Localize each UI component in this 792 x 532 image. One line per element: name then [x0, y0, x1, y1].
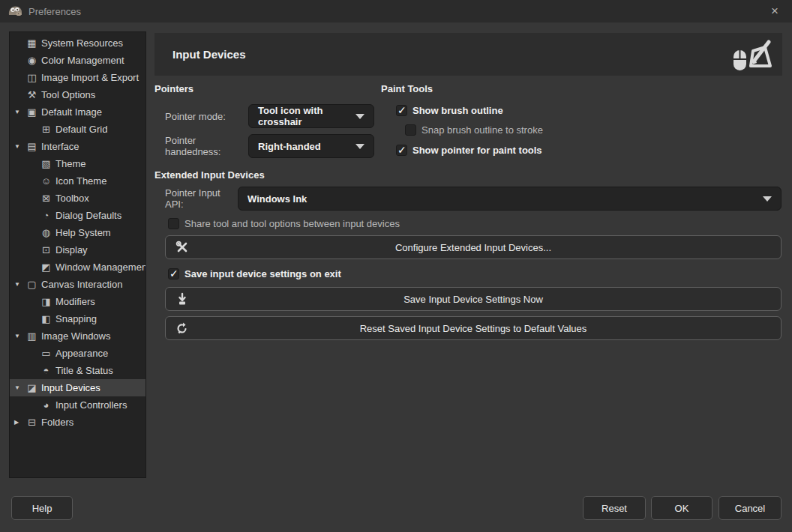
reset-saved-settings-button[interactable]: Reset Saved Input Device Settings to Def… — [165, 316, 782, 340]
canvas-interaction-icon: ▢ — [26, 279, 38, 290]
sidebar-item-title-status[interactable]: ◓ Title & Status — [10, 362, 146, 379]
dialog-defaults-icon: ◔ — [40, 210, 52, 221]
expander-down-icon[interactable]: ▼ — [14, 109, 26, 115]
sidebar-item-image-import-export[interactable]: ◫ Image Import & Export — [10, 69, 146, 86]
window-title: Preferences — [28, 6, 81, 17]
share-tool-options-checkbox[interactable]: Share tool and tool options between inpu… — [168, 218, 400, 229]
ok-button[interactable]: OK — [651, 496, 712, 520]
pointer-handedness-row: Pointer handedness: Right-handed — [165, 134, 374, 158]
sidebar-item-folders[interactable]: ▶ ⊟ Folders — [10, 414, 146, 431]
pointer-input-api-label: Pointer Input API: — [165, 187, 238, 210]
pointer-mode-dropdown[interactable]: Tool icon with crosshair — [248, 104, 374, 128]
cancel-button[interactable]: Cancel — [718, 496, 782, 520]
checkbox-checked-icon[interactable] — [396, 145, 407, 156]
sidebar-item-snapping[interactable]: ◧ Snapping — [10, 310, 146, 327]
gimp-wilber-icon — [8, 5, 22, 17]
window-management-icon: ◩ — [40, 262, 52, 273]
save-icon — [175, 291, 190, 306]
checkbox-checked-icon[interactable] — [168, 268, 179, 279]
interface-icon: ▤ — [26, 141, 38, 152]
folders-icon: ⊟ — [26, 417, 38, 428]
preferences-dialog: { "titlebar": { "title": "Preferences", … — [0, 0, 792, 532]
chevron-down-icon — [763, 196, 772, 202]
show-brush-outline-checkbox[interactable]: Show brush outline — [396, 105, 503, 116]
input-devices-icon: ◪ — [26, 382, 38, 393]
sidebar-item-label: Title & Status — [56, 365, 113, 376]
sidebar-item-image-windows[interactable]: ▼ ▥ Image Windows — [10, 327, 146, 345]
sidebar-item-help-system[interactable]: ◍ Help System — [10, 224, 146, 241]
pointer-input-api-dropdown[interactable]: Windows Ink — [238, 187, 782, 211]
snapping-icon: ◧ — [40, 313, 52, 324]
reset-button[interactable]: Reset — [583, 496, 646, 520]
sidebar-item-default-grid[interactable]: ⊞ Default Grid — [10, 121, 146, 138]
checkbox-label: Save input device settings on exit — [184, 268, 341, 279]
sidebar-item-input-controllers[interactable]: ◕ Input Controllers — [10, 396, 146, 414]
sidebar-item-label: Toolbox — [56, 193, 89, 204]
appearance-icon: ▭ — [40, 348, 52, 359]
extended-input-devices-heading: Extended Input Devices — [154, 169, 265, 181]
sidebar-item-color-management[interactable]: ◉ Color Management — [10, 52, 146, 69]
checkbox-label: Snap brush outline to stroke — [422, 124, 543, 136]
sidebar-item-appearance[interactable]: ▭ Appearance — [10, 345, 146, 362]
pointer-handedness-value: Right-handed — [258, 141, 321, 152]
tool-options-icon: ⚒ — [26, 89, 38, 100]
sidebar-item-window-management[interactable]: ◩ Window Management — [10, 259, 146, 276]
checkbox-checked-icon[interactable] — [396, 105, 407, 116]
sidebar-item-dialog-defaults[interactable]: ◔ Dialog Defaults — [10, 207, 146, 224]
sidebar-item-interface[interactable]: ▼ ▤ Interface — [10, 138, 146, 155]
checkbox-label: Show pointer for paint tools — [412, 145, 542, 156]
expander-down-icon[interactable]: ▼ — [14, 333, 26, 339]
chevron-down-icon — [356, 114, 364, 119]
sidebar-item-canvas-interaction[interactable]: ▼ ▢ Canvas Interaction — [10, 276, 146, 293]
sidebar-item-label: Display — [56, 244, 88, 256]
checkbox-label: Show brush outline — [412, 105, 503, 116]
sidebar-item-label: Theme — [56, 158, 86, 169]
save-input-device-settings-button[interactable]: Save Input Device Settings Now — [165, 287, 782, 311]
close-icon[interactable]: × — [758, 0, 792, 22]
pointer-input-api-value: Windows Ink — [248, 193, 307, 205]
sidebar-item-icon-theme[interactable]: ☺ Icon Theme — [10, 172, 146, 190]
expander-down-icon[interactable]: ▼ — [14, 384, 26, 391]
chevron-down-icon — [356, 144, 364, 149]
save-settings-on-exit-checkbox[interactable]: Save input device settings on exit — [168, 268, 341, 279]
sidebar-item-tool-options[interactable]: ⚒ Tool Options — [10, 86, 146, 103]
sidebar-item-label: Folders — [41, 417, 74, 428]
sidebar-item-display[interactable]: ⊡ Display — [10, 241, 146, 259]
sidebar-item-label: Dialog Defaults — [56, 210, 122, 221]
button-label: Reset Saved Input Device Settings to Def… — [360, 323, 587, 334]
sidebar-item-theme[interactable]: ▧ Theme — [10, 155, 146, 172]
sidebar-item-label: Color Management — [41, 55, 124, 66]
expander-right-icon[interactable]: ▶ — [14, 419, 26, 426]
sidebar-item-label: Window Management — [56, 262, 146, 273]
titlebar: Preferences × — [0, 0, 792, 22]
theme-icon: ▧ — [40, 158, 52, 169]
sidebar-item-label: Default Grid — [56, 124, 107, 135]
sidebar-item-system-resources[interactable]: ▦ System Resources — [10, 34, 146, 52]
sidebar-item-label: Input Controllers — [56, 399, 127, 411]
sidebar-item-label: Input Devices — [41, 382, 100, 393]
pointer-mode-row: Pointer mode: Tool icon with crosshair — [165, 104, 374, 128]
image-import-export-icon: ◫ — [26, 72, 38, 83]
sidebar-item-default-image[interactable]: ▼ ▣ Default Image — [10, 103, 146, 121]
button-label: Configure Extended Input Devices... — [395, 242, 551, 253]
snap-brush-outline-checkbox[interactable]: Snap brush outline to stroke — [405, 124, 543, 136]
sidebar-item-label: Image Import & Export — [41, 72, 139, 83]
sidebar-item-modifiers[interactable]: ◨ Modifiers — [10, 293, 146, 310]
configure-extended-input-devices-button[interactable]: Configure Extended Input Devices... — [165, 235, 782, 259]
checkbox-unchecked-icon[interactable] — [168, 218, 179, 229]
image-windows-icon: ▥ — [26, 330, 38, 342]
checkbox-unchecked-icon[interactable] — [405, 124, 416, 136]
expander-down-icon[interactable]: ▼ — [14, 143, 26, 150]
sidebar-item-toolbox[interactable]: ⊠ Toolbox — [10, 190, 146, 207]
pointer-handedness-dropdown[interactable]: Right-handed — [248, 134, 374, 158]
page-header: Input Devices — [154, 33, 782, 76]
help-button[interactable]: Help — [11, 496, 73, 520]
sidebar-item-input-devices[interactable]: ▼ ◪ Input Devices — [10, 379, 146, 396]
expander-down-icon[interactable]: ▼ — [14, 281, 26, 288]
pointers-heading: Pointers — [154, 83, 194, 94]
system-resources-icon: ▦ — [26, 37, 38, 49]
sidebar-item-label: Image Windows — [41, 330, 110, 342]
pointer-input-api-row: Pointer Input API: Windows Ink — [165, 187, 782, 211]
help-system-icon: ◍ — [40, 227, 52, 238]
show-pointer-paint-tools-checkbox[interactable]: Show pointer for paint tools — [396, 145, 542, 156]
